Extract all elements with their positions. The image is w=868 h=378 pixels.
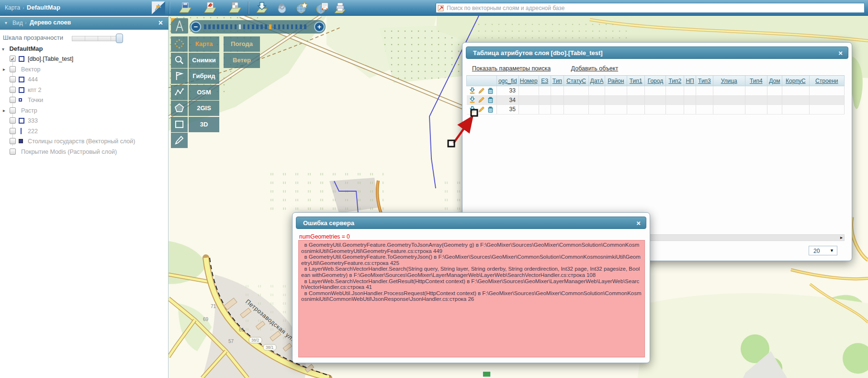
opacity-slider-handle[interactable] xyxy=(116,34,123,43)
base-layer-button[interactable]: OSM xyxy=(189,85,219,100)
download-icon[interactable] xyxy=(255,1,269,14)
layer-tree-item[interactable]: Столицы государств (Векторный слой) xyxy=(0,137,169,147)
panel-close-icon[interactable]: × xyxy=(158,19,163,27)
tree-root-label[interactable]: DefaultMap xyxy=(9,45,43,52)
layer-checkbox[interactable] xyxy=(10,76,16,82)
base-layer-button[interactable]: 2GIS xyxy=(189,101,219,116)
column-sort-link[interactable]: Тип4 xyxy=(750,78,763,84)
zoom-tick[interactable] xyxy=(235,24,237,29)
column-sort-link[interactable]: Номер xyxy=(520,78,538,84)
layer-tree-item[interactable]: 333 xyxy=(0,116,169,126)
column-sort-link[interactable]: Город xyxy=(648,78,663,84)
move-tool-icon[interactable] xyxy=(171,36,188,52)
globe-embed-icon[interactable] xyxy=(315,1,329,14)
column-sort-link[interactable]: Район xyxy=(608,78,624,84)
rectangle-tool-icon[interactable] xyxy=(171,117,188,132)
save-map-icon[interactable] xyxy=(178,1,192,14)
zoom-tick[interactable] xyxy=(230,24,233,29)
overlay-layer-button[interactable]: Ветер xyxy=(224,53,260,68)
column-sort-link[interactable]: КорпуС xyxy=(786,78,806,84)
marker-tool-icon[interactable] xyxy=(171,69,188,84)
search-input[interactable] xyxy=(447,4,861,12)
column-sort-link[interactable]: Тип1 xyxy=(630,78,643,84)
background-transparency-icon[interactable] xyxy=(228,1,242,14)
add-object-link[interactable]: Добавить объект xyxy=(571,65,619,72)
zoom-tick[interactable] xyxy=(304,24,306,29)
edit-tool-icon[interactable] xyxy=(171,133,188,148)
zoom-tick[interactable] xyxy=(287,24,289,29)
base-layer-button[interactable]: Снимки xyxy=(189,53,219,68)
table-row[interactable]: 33 xyxy=(467,86,845,96)
layer-checkbox[interactable] xyxy=(10,138,16,144)
zoom-tick[interactable] xyxy=(291,24,293,29)
view-object-icon[interactable] xyxy=(469,106,476,113)
table-row[interactable]: 35 xyxy=(467,105,845,115)
page-size-select[interactable]: 20 ▼ xyxy=(809,246,837,255)
layer-label[interactable]: 333 xyxy=(28,117,38,124)
opacity-slider[interactable] xyxy=(72,36,123,41)
zoom-tick[interactable] xyxy=(278,24,281,29)
view-object-icon[interactable] xyxy=(469,87,476,94)
base-layer-button[interactable]: Гибрид xyxy=(189,69,219,84)
zoom-slider[interactable] xyxy=(204,24,311,29)
panel-collapse-icon[interactable]: ▾ xyxy=(5,20,7,25)
zoom-tick[interactable] xyxy=(282,24,285,29)
zoom-tick[interactable] xyxy=(252,24,254,29)
delete-object-icon[interactable] xyxy=(487,96,494,103)
column-sort-link[interactable]: Дом xyxy=(769,78,780,84)
error-dialog-close-icon[interactable]: × xyxy=(636,219,641,227)
layer-tree-item[interactable]: Покрытие Modis (Растровый слой) xyxy=(0,147,169,158)
layer-label[interactable]: Столицы государств (Векторный слой) xyxy=(28,138,135,145)
zoom-tick[interactable] xyxy=(295,24,298,29)
panel-header[interactable]: ▾ Вид › Дерево слоев × xyxy=(0,17,169,30)
overlay-layer-button[interactable]: Погода xyxy=(224,36,260,52)
expand-arrow-icon[interactable]: ▸ xyxy=(3,108,5,113)
column-sort-link[interactable]: СтатуС xyxy=(566,78,586,84)
layer-tree-item[interactable]: 444 xyxy=(0,75,169,85)
column-sort-link[interactable]: Тип3 xyxy=(698,78,711,84)
column-sort-link[interactable]: НП xyxy=(686,78,694,84)
measure-tool-button[interactable] xyxy=(171,18,188,34)
export-image-icon[interactable] xyxy=(203,1,217,14)
zoom-tick[interactable] xyxy=(208,24,211,29)
layer-tree-item[interactable]: ▸Вектор xyxy=(0,65,169,75)
show-search-params-link[interactable]: Показать параметры поиска xyxy=(472,65,551,72)
polygon-tool-icon[interactable] xyxy=(171,101,188,116)
layer-tree-item[interactable]: 222 xyxy=(0,126,169,137)
delete-object-icon[interactable] xyxy=(487,106,494,113)
layer-label[interactable]: кпт 2 xyxy=(28,87,41,93)
zoom-out-button[interactable]: − xyxy=(191,22,201,32)
layer-checkbox[interactable] xyxy=(10,117,16,124)
delete-object-icon[interactable] xyxy=(487,87,494,94)
column-sort-link[interactable]: ДатА xyxy=(590,78,604,84)
breadcrumb-section[interactable]: Карта xyxy=(5,4,20,11)
layer-label[interactable]: Растр xyxy=(21,107,37,114)
column-sort-link[interactable]: ЕЗ xyxy=(541,78,548,84)
layer-checkbox[interactable] xyxy=(10,87,16,93)
column-sort-link[interactable]: ogc_fid xyxy=(498,78,517,84)
layer-checkbox[interactable] xyxy=(10,149,16,155)
layer-tree-item[interactable]: ✓[dbo].[Table_test] xyxy=(0,54,169,65)
zoom-tick[interactable] xyxy=(204,24,206,29)
layer-checkbox[interactable] xyxy=(10,97,16,103)
column-sort-link[interactable]: Улица xyxy=(721,78,737,84)
zoom-tool-icon[interactable] xyxy=(171,53,188,68)
layer-tree-item[interactable]: кпт 2 xyxy=(0,85,169,96)
scroll-right-icon[interactable]: ▸ xyxy=(840,235,843,240)
zoom-tick[interactable] xyxy=(239,24,241,29)
layer-checkbox[interactable] xyxy=(10,66,16,72)
zoom-tick[interactable] xyxy=(274,24,276,29)
layer-label[interactable]: Точки xyxy=(28,97,43,103)
expand-arrow-icon[interactable]: ▸ xyxy=(3,67,5,72)
layer-label[interactable]: 222 xyxy=(28,128,38,135)
edit-object-icon[interactable] xyxy=(478,106,485,113)
attribute-dialog-close-icon[interactable]: × xyxy=(838,49,843,57)
panel-section-label[interactable]: Вид xyxy=(12,20,23,26)
layer-label[interactable]: 444 xyxy=(28,76,38,83)
zoom-tick[interactable] xyxy=(269,24,271,29)
layer-label[interactable]: [dbo].[Table_test] xyxy=(28,56,73,62)
tree-root-row[interactable]: ▾ DefaultMap xyxy=(2,44,43,54)
polyline-tool-icon[interactable] xyxy=(171,85,188,100)
layer-tree-item[interactable]: Точки xyxy=(0,95,169,106)
zoom-tick[interactable] xyxy=(256,24,259,29)
